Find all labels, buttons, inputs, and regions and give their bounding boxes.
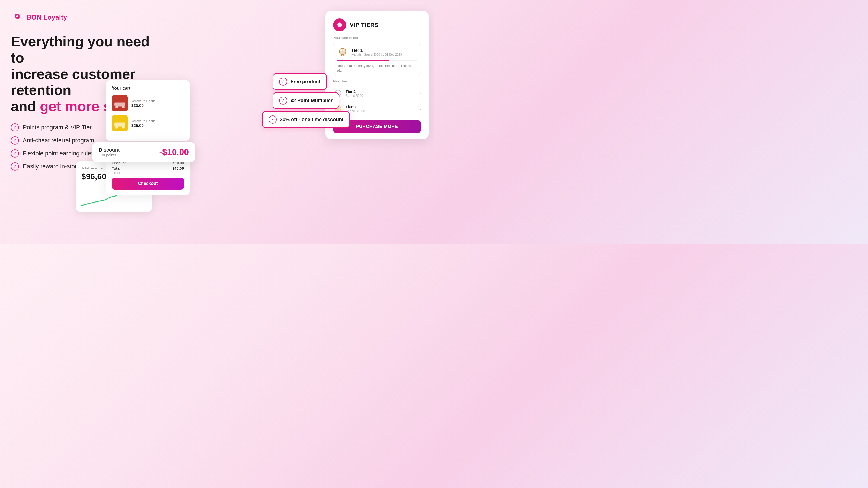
svg-rect-20 bbox=[115, 103, 125, 106]
logo-area: BON Loyalty bbox=[11, 11, 163, 24]
discount30-badge: ✓ 30% off - one time discount bbox=[262, 111, 350, 128]
free-product-badge: ✓ Free product bbox=[273, 73, 327, 90]
tier1-header: Tier 1 Next tier: Spend $300 by 31 Dec 2… bbox=[337, 46, 417, 58]
tier2-row[interactable]: Tier 2 Spend $500 › bbox=[333, 86, 421, 101]
discount-popup: Discount 100 points -$10.00 bbox=[92, 142, 195, 162]
cart-item-1-info: Yellow Rc Beetle $25.00 bbox=[131, 99, 184, 108]
tier3-chevron-icon: › bbox=[420, 106, 421, 111]
tier1-progress-fill bbox=[337, 60, 389, 61]
checkout-total-value: $40.00 bbox=[172, 166, 184, 170]
tier1-badge-icon bbox=[337, 46, 348, 58]
discount-points: 100 points bbox=[99, 153, 120, 157]
tier1-description: You are at the entry level, unlock next … bbox=[337, 64, 417, 73]
cart-item-1-image bbox=[112, 95, 128, 111]
cart-item-2-name: Yellow Rc Beetle bbox=[131, 119, 184, 123]
cart-item-2-image bbox=[112, 115, 128, 131]
tier2-name: Tier 2 bbox=[346, 90, 363, 94]
x2-multiplier-badge: ✓ x2 Point Multiplier bbox=[273, 92, 339, 109]
svg-point-26 bbox=[115, 126, 118, 129]
discount30-label: 30% off - one time discount bbox=[280, 117, 343, 123]
cart-title: Your cart bbox=[112, 86, 184, 91]
next-tier-label: Next Tier bbox=[333, 79, 421, 83]
feature-label-1: Points program & VIP Tier bbox=[23, 124, 92, 131]
check-icon-4: ✓ bbox=[11, 162, 19, 170]
check-icon-2: ✓ bbox=[11, 136, 19, 144]
cart-item-1-name: Yellow Rc Beetle bbox=[131, 99, 184, 103]
tier1-box: Tier 1 Next tier: Spend $300 by 31 Dec 2… bbox=[333, 42, 421, 76]
tier1-progress-bar bbox=[337, 60, 417, 61]
free-product-check-icon: ✓ bbox=[279, 77, 287, 86]
svg-point-4 bbox=[16, 15, 19, 18]
cart-item-1: Yellow Rc Beetle $25.00 bbox=[112, 95, 184, 111]
free-product-label: Free product bbox=[290, 79, 320, 85]
vip-diamond-icon bbox=[333, 19, 346, 31]
current-tier-label: Your current tier bbox=[333, 36, 421, 40]
checkout-area: Discount -$10.00 Total $40.00 2 items Ch… bbox=[106, 157, 190, 195]
svg-rect-25 bbox=[115, 123, 125, 126]
feature-label-3: Flexible point earning rules bbox=[23, 150, 94, 157]
vip-title: VIP TIERS bbox=[350, 22, 378, 28]
brand-logo-icon bbox=[11, 11, 24, 24]
discount30-check-icon: ✓ bbox=[269, 116, 277, 124]
headline-line1: Everything you need to bbox=[11, 34, 150, 66]
tier2-chevron-icon: › bbox=[420, 91, 421, 96]
svg-point-22 bbox=[122, 106, 124, 108]
tier3-name: Tier 3 bbox=[346, 105, 365, 109]
x2-check-icon: ✓ bbox=[279, 97, 287, 105]
checkout-total-label: Total bbox=[112, 166, 120, 170]
checkout-total-row: Total $40.00 bbox=[112, 166, 184, 170]
cart-item-1-price: $25.00 bbox=[131, 103, 184, 108]
cart-item-2-price: $25.00 bbox=[131, 123, 184, 128]
headline-line3: and bbox=[11, 98, 40, 114]
discount-popup-left: Discount 100 points bbox=[99, 147, 120, 157]
discount-amount: -$10.00 bbox=[159, 147, 189, 157]
x2-multiplier-label: x2 Point Multiplier bbox=[290, 98, 333, 104]
checkout-button[interactable]: Checkout bbox=[112, 177, 184, 190]
tier2-spend: Spend $500 bbox=[346, 94, 363, 98]
brand-name: BON Loyalty bbox=[27, 13, 67, 21]
cart-card: Your cart Yellow Rc Beetle $25.00 bbox=[106, 80, 190, 141]
vip-header: VIP TIERS bbox=[333, 19, 421, 31]
feature-label-2: Anti-cheat referral program bbox=[23, 137, 94, 144]
checkout-items-note: 2 items bbox=[112, 171, 184, 174]
cart-item-2: Yellow Rc Beetle $25.00 bbox=[112, 115, 184, 131]
cart-item-2-info: Yellow Rc Beetle $25.00 bbox=[131, 119, 184, 128]
svg-point-21 bbox=[115, 106, 118, 108]
svg-point-27 bbox=[122, 126, 124, 129]
check-icon-1: ✓ bbox=[11, 123, 19, 131]
tier1-subtitle: Next tier: Spend $300 by 31 Dec 2023 bbox=[351, 53, 402, 56]
tier1-name: Tier 1 bbox=[351, 48, 402, 53]
discount-label: Discount bbox=[99, 147, 120, 153]
check-icon-3: ✓ bbox=[11, 150, 19, 158]
